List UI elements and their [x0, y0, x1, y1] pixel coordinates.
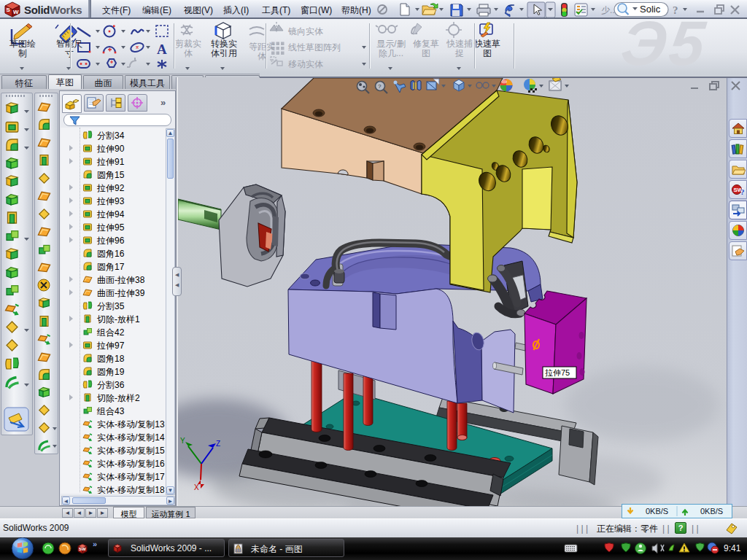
svg-text:»: »: [93, 540, 97, 548]
svg-text:9:41: 9:41: [724, 543, 741, 553]
svg-text:X: X: [194, 483, 199, 491]
svg-text:?: ?: [740, 187, 745, 196]
svg-text:Z: Z: [216, 440, 220, 448]
svg-text:SW: SW: [79, 547, 86, 551]
svg-text:Solic: Solic: [640, 4, 661, 15]
svg-text:?: ?: [378, 83, 382, 90]
svg-text:Y: Y: [180, 437, 185, 445]
svg-text:0KB/S: 0KB/S: [700, 507, 723, 516]
svg-text:A: A: [157, 42, 167, 57]
svg-text:0KB/S: 0KB/S: [646, 507, 668, 516]
svg-text:拉伸75: 拉伸75: [545, 368, 570, 377]
svg-text:?: ?: [673, 4, 678, 16]
svg-text:少..: 少..: [601, 5, 615, 15]
